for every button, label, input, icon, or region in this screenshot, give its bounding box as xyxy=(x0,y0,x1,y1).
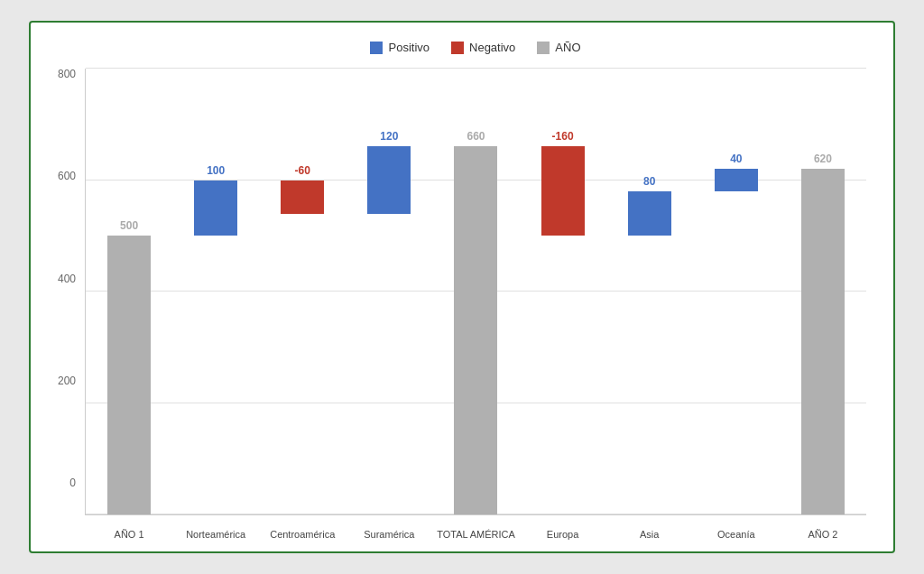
legend-label-positivo: Positivo xyxy=(388,41,430,54)
bar-value-label-6: 80 xyxy=(643,175,655,190)
bar-value-label-5: -160 xyxy=(552,130,574,144)
bar-rect-8 xyxy=(801,169,845,514)
bar-group-6: Asia80 xyxy=(606,69,693,514)
bar-rect-2 xyxy=(281,181,324,214)
x-label-7: Oceanía xyxy=(717,529,755,540)
y-label-400: 400 xyxy=(40,273,76,284)
legend-positivo: Positivo xyxy=(370,41,430,54)
bar-value-label-0: 500 xyxy=(120,219,138,234)
x-label-0: AÑO 1 xyxy=(115,529,144,540)
bar-value-label-2: -60 xyxy=(295,164,310,179)
bar-value-label-3: 120 xyxy=(380,130,398,144)
legend-color-positivo xyxy=(370,42,383,54)
legend-color-negativo xyxy=(451,42,464,54)
bar-group-5: Europa-160 xyxy=(520,69,606,514)
y-axis: 0 200 400 600 800 xyxy=(40,69,76,488)
x-label-5: Europa xyxy=(547,529,578,540)
bar-group-7: Oceanía40 xyxy=(693,69,780,514)
legend-negativo: Negativo xyxy=(451,41,515,54)
x-label-3: Suramérica xyxy=(364,529,414,540)
bar-rect-7 xyxy=(715,169,758,191)
chart-container: Positivo Negativo AÑO 0 200 400 600 800 … xyxy=(29,21,895,553)
y-label-200: 200 xyxy=(40,375,76,386)
y-label-600: 600 xyxy=(40,171,76,181)
bar-rect-1 xyxy=(194,181,237,236)
legend-label-ano: AÑO xyxy=(555,41,580,54)
legend-label-negativo: Negativo xyxy=(469,41,515,54)
bar-group-8: AÑO 2620 xyxy=(780,69,866,514)
bar-group-0: AÑO 1500 xyxy=(86,69,172,514)
bar-rect-3 xyxy=(367,146,411,213)
legend: Positivo Negativo AÑO xyxy=(85,41,866,54)
legend-color-ano xyxy=(537,42,550,54)
y-label-800: 800 xyxy=(40,69,76,79)
grid-and-bars: AÑO 1500Norteamérica100Centroamérica-60S… xyxy=(85,69,866,515)
bar-value-label-4: 660 xyxy=(467,130,485,144)
bar-group-3: Suramérica120 xyxy=(346,69,432,514)
bar-rect-5 xyxy=(541,146,585,236)
x-label-4: TOTAL AMÉRICA xyxy=(437,529,515,540)
bar-group-1: Norteamérica100 xyxy=(172,69,259,514)
x-label-1: Norteamérica xyxy=(186,529,245,540)
legend-ano: AÑO xyxy=(537,41,580,54)
x-label-2: Centroamérica xyxy=(270,529,335,540)
bar-group-4: TOTAL AMÉRICA660 xyxy=(432,69,519,514)
chart-area: 0 200 400 600 800 AÑO 1500Norteamérica10… xyxy=(85,69,866,515)
bar-group-2: Centroamérica-60 xyxy=(259,69,346,514)
bar-value-label-1: 100 xyxy=(207,164,225,179)
x-label-8: AÑO 2 xyxy=(808,529,837,540)
bar-rect-6 xyxy=(628,191,671,236)
bar-value-label-7: 40 xyxy=(730,153,742,167)
bar-rect-0 xyxy=(107,236,151,514)
x-label-6: Asia xyxy=(640,529,659,540)
bar-value-label-8: 620 xyxy=(814,153,832,167)
y-label-0: 0 xyxy=(40,477,76,488)
bar-rect-4 xyxy=(454,146,497,514)
